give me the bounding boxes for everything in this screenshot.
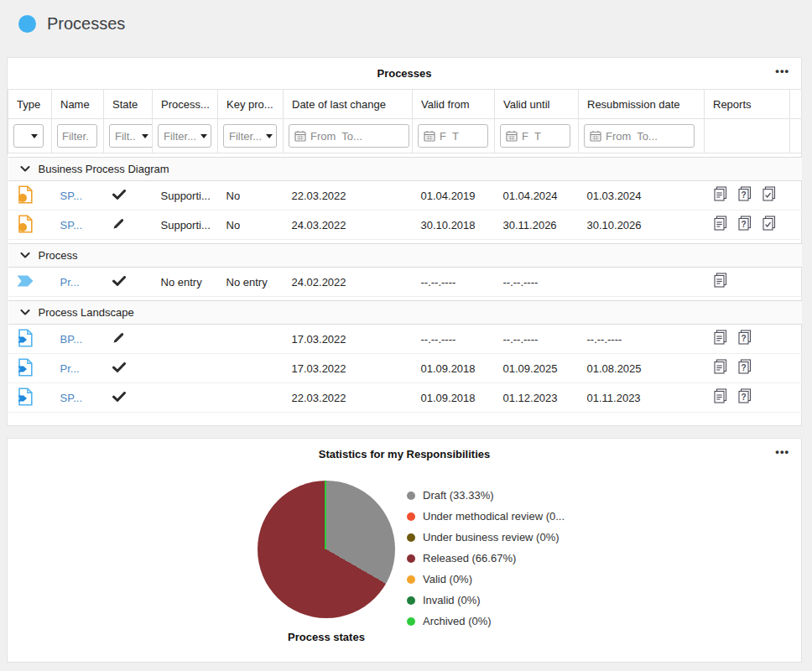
column-header-key-process[interactable]: Key pro... xyxy=(218,90,284,119)
legend-label: Invalid (0%) xyxy=(423,594,481,606)
type-filter-dropdown[interactable] xyxy=(13,124,44,148)
cell-valid-from: 01.04.2019 xyxy=(413,181,495,211)
process-name-link[interactable]: Pr... xyxy=(60,276,80,289)
last-change-date-filter[interactable]: From To... xyxy=(289,124,409,148)
cell-resubmission xyxy=(579,268,705,297)
table-row[interactable]: SP... Supporti... No 22.03.2022 01.04.20… xyxy=(8,181,802,211)
column-header-type[interactable]: Type xyxy=(8,90,52,119)
state-filter-dropdown[interactable]: Filt.. xyxy=(109,124,153,148)
legend-item-draft: Draft (33.33%) xyxy=(407,485,565,506)
legend-label: Draft (33.33%) xyxy=(423,489,494,502)
group-toggle[interactable]: Process Landscape xyxy=(8,301,802,325)
cell-resubmission: 01.08.2025 xyxy=(579,354,705,383)
resubmission-date-filter[interactable]: From To... xyxy=(584,124,695,148)
cell-valid-from: 01.09.2018 xyxy=(413,383,495,413)
column-header-name[interactable]: Name xyxy=(52,90,104,119)
cell-name: BP... xyxy=(52,325,104,354)
calendar-icon xyxy=(294,130,306,142)
panel-menu-icon[interactable]: ••• xyxy=(775,65,789,77)
processes-panel: Processes ••• Type Name State Process...… xyxy=(7,57,802,426)
date-range-label: From To... xyxy=(606,130,658,143)
legend-label: Released (66.67%) xyxy=(423,552,516,564)
cell-process xyxy=(153,383,218,413)
report-document-icon[interactable] xyxy=(713,216,728,231)
report-question-icon[interactable] xyxy=(737,216,752,231)
report-question-icon[interactable] xyxy=(737,186,752,202)
business-process-diagram-icon xyxy=(17,185,34,204)
table-row[interactable]: Pr... 17.03.2022 01.09.2018 01.09.2025 0… xyxy=(8,354,802,383)
business-process-diagram-icon xyxy=(17,215,34,233)
cell-process: Supporti... xyxy=(153,211,218,240)
report-question-icon[interactable] xyxy=(737,330,752,346)
legend-dot xyxy=(407,492,415,500)
process-filter-label: Filter... xyxy=(164,130,196,143)
cell-state xyxy=(104,354,153,383)
report-check-icon[interactable] xyxy=(762,216,777,231)
report-document-icon[interactable] xyxy=(713,186,728,202)
group-row-business-process-diagram: Business Process Diagram xyxy=(8,158,802,181)
state-approved-icon xyxy=(112,276,126,286)
report-document-icon[interactable] xyxy=(713,359,728,375)
process-name-link[interactable]: SP... xyxy=(60,190,83,202)
cell-key-process: No entry xyxy=(218,268,284,297)
chevron-down-icon xyxy=(20,309,30,315)
column-header-reports[interactable]: Reports xyxy=(705,90,790,119)
chevron-down-icon xyxy=(266,134,273,138)
cell-last-change: 24.03.2022 xyxy=(284,211,413,240)
table-row[interactable]: BP... 17.03.2022 --.--.---- --.--.---- -… xyxy=(8,325,802,354)
cell-key-process xyxy=(218,354,284,383)
filter-cell-last-change: From To... xyxy=(284,119,413,153)
table-row[interactable]: Pr... No entry No entry 24.02.2022 --.--… xyxy=(8,268,802,297)
report-document-icon[interactable] xyxy=(713,330,728,346)
state-approved-icon xyxy=(112,392,126,402)
cell-process: No entry xyxy=(153,268,218,297)
legend-dot xyxy=(407,575,415,584)
process-name-link[interactable]: SP... xyxy=(60,219,83,231)
group-toggle[interactable]: Business Process Diagram xyxy=(8,158,802,181)
filter-cell-name xyxy=(52,119,104,153)
cell-reports xyxy=(705,181,790,211)
group-toggle[interactable]: Process xyxy=(8,244,802,268)
panel-menu-icon[interactable]: ••• xyxy=(775,446,789,458)
valid-from-date-filter[interactable]: F T xyxy=(418,124,488,148)
processes-panel-titlebar: Processes ••• xyxy=(8,58,801,89)
calendar-icon xyxy=(424,130,435,142)
legend-item-under-business-review: Under business review (0%) xyxy=(407,527,565,548)
legend-item-released: Released (66.67%) xyxy=(407,548,565,569)
cell-resubmission: 01.11.2023 xyxy=(579,383,705,413)
legend-dot xyxy=(407,554,415,563)
report-check-icon[interactable] xyxy=(762,186,777,202)
column-header-resubmission[interactable]: Resubmission date xyxy=(579,90,705,119)
column-header-valid-from[interactable]: Valid from xyxy=(413,90,495,119)
column-header-state[interactable]: State xyxy=(104,90,153,119)
report-document-icon[interactable] xyxy=(713,388,728,404)
cell-key-process xyxy=(218,325,284,354)
statistics-panel-titlebar: Statistics for my Responsibilities ••• xyxy=(8,439,801,470)
cell-key-process: No xyxy=(218,211,284,240)
process-arrow-icon xyxy=(17,275,34,287)
column-header-valid-until[interactable]: Valid until xyxy=(495,90,579,119)
name-filter-input[interactable] xyxy=(57,124,97,148)
table-row[interactable]: SP... Supporti... No 24.03.2022 30.10.20… xyxy=(8,211,802,240)
cell-reports xyxy=(705,325,790,354)
process-name-link[interactable]: BP... xyxy=(60,333,83,346)
valid-until-date-filter[interactable]: F T xyxy=(500,124,570,148)
process-name-link[interactable]: Pr... xyxy=(60,362,80,375)
state-filter-label: Filt.. xyxy=(115,130,136,143)
cell-valid-until: 01.09.2025 xyxy=(495,354,579,383)
report-question-icon[interactable] xyxy=(737,388,752,404)
table-row[interactable]: SP... 22.03.2022 01.09.2018 01.12.2023 0… xyxy=(8,383,802,413)
cell-process xyxy=(153,354,218,383)
report-document-icon[interactable] xyxy=(713,273,728,289)
report-question-icon[interactable] xyxy=(737,359,752,375)
cell-type xyxy=(8,354,52,383)
key-process-filter-dropdown[interactable]: Filter... xyxy=(223,124,277,148)
process-name-link[interactable]: SP... xyxy=(60,392,83,404)
column-header-process[interactable]: Process... xyxy=(153,90,218,119)
legend-item-valid: Valid (0%) xyxy=(407,569,565,590)
column-header-last-change[interactable]: Date of last change xyxy=(284,90,413,119)
legend-label: Under business review (0%) xyxy=(423,531,560,544)
group-row-process: Process xyxy=(8,244,802,268)
process-filter-dropdown[interactable]: Filter... xyxy=(158,124,211,148)
cell-state xyxy=(104,268,153,297)
